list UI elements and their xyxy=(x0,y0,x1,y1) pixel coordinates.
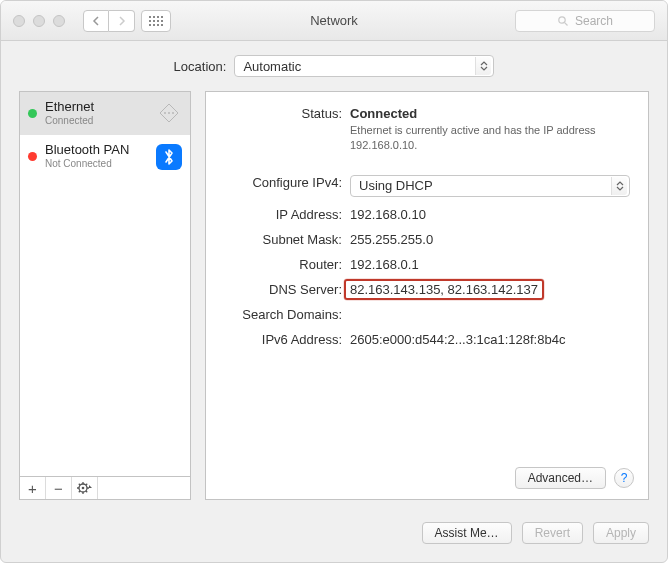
service-name: Bluetooth PAN xyxy=(45,143,129,158)
revert-button[interactable]: Revert xyxy=(522,522,583,544)
configure-ipv4-label: Configure IPv4: xyxy=(220,175,350,190)
remove-service-button[interactable]: − xyxy=(46,477,72,499)
router-label: Router: xyxy=(220,257,350,272)
location-label: Location: xyxy=(174,59,227,74)
service-item-bluetooth-pan[interactable]: Bluetooth PAN Not Connected xyxy=(20,135,190,178)
subnet-mask-label: Subnet Mask: xyxy=(220,232,350,247)
status-label: Status: xyxy=(220,106,350,121)
router-row: Router: 192.168.0.1 xyxy=(220,257,634,272)
status-row: Status: Connected Ethernet is currently … xyxy=(220,106,634,153)
bottom-bar: Assist Me… Revert Apply xyxy=(1,510,667,562)
ethernet-icon xyxy=(156,100,182,126)
content-area: Ethernet Connected Bluetooth PAN Not Con… xyxy=(1,91,667,510)
configure-ipv4-value: Using DHCP xyxy=(359,178,433,193)
ip-address-row: IP Address: 192.168.0.10 xyxy=(220,207,634,222)
ipv6-address-label: IPv6 Address: xyxy=(220,332,350,347)
service-item-ethernet[interactable]: Ethernet Connected xyxy=(20,92,190,135)
status-dot-icon xyxy=(28,152,37,161)
window-controls xyxy=(1,15,65,27)
advanced-button[interactable]: Advanced… xyxy=(515,467,606,489)
configure-ipv4-row: Configure IPv4: Using DHCP xyxy=(220,175,634,197)
subnet-mask-row: Subnet Mask: 255.255.255.0 xyxy=(220,232,634,247)
svg-point-6 xyxy=(81,487,84,490)
ip-address-label: IP Address: xyxy=(220,207,350,222)
service-status: Not Connected xyxy=(45,158,129,170)
svg-point-2 xyxy=(164,112,166,114)
search-domains-label: Search Domains: xyxy=(220,307,350,322)
close-window-button[interactable] xyxy=(13,15,25,27)
show-all-button[interactable] xyxy=(141,10,171,32)
location-bar: Location: Automatic xyxy=(1,41,667,91)
gear-icon xyxy=(76,481,94,495)
zoom-window-button[interactable] xyxy=(53,15,65,27)
ip-address-value: 192.168.0.10 xyxy=(350,207,634,222)
search-domains-row: Search Domains: xyxy=(220,307,634,322)
titlebar: Network Search xyxy=(1,1,667,41)
svg-point-4 xyxy=(172,112,174,114)
service-name: Ethernet xyxy=(45,100,94,115)
search-icon xyxy=(557,15,569,27)
back-button[interactable] xyxy=(83,10,109,32)
location-popup[interactable]: Automatic xyxy=(234,55,494,77)
svg-point-0 xyxy=(559,17,565,23)
forward-button[interactable] xyxy=(109,10,135,32)
ipv6-address-value: 2605:e000:d544:2...3:1ca1:128f:8b4c xyxy=(350,332,634,347)
svg-line-13 xyxy=(78,491,79,492)
status-description: Ethernet is currently active and has the… xyxy=(350,123,634,153)
search-placeholder: Search xyxy=(575,14,613,28)
chevron-updown-icon xyxy=(611,177,627,195)
apply-button[interactable]: Apply xyxy=(593,522,649,544)
ipv6-address-row: IPv6 Address: 2605:e000:d544:2...3:1ca1:… xyxy=(220,332,634,347)
details-footer: Advanced… ? xyxy=(220,467,634,489)
status-value: Connected xyxy=(350,106,634,121)
sidebar-footer: + − xyxy=(19,476,191,500)
services-sidebar: Ethernet Connected Bluetooth PAN Not Con… xyxy=(19,91,191,500)
minimize-window-button[interactable] xyxy=(33,15,45,27)
svg-line-1 xyxy=(565,23,568,26)
dns-server-row: DNS Server: 82.163.143.135, 82.163.142.1… xyxy=(220,282,634,297)
action-menu-button[interactable] xyxy=(72,477,98,499)
router-value: 192.168.0.1 xyxy=(350,257,634,272)
service-details: Status: Connected Ethernet is currently … xyxy=(205,91,649,500)
svg-line-14 xyxy=(85,484,86,485)
configure-ipv4-popup[interactable]: Using DHCP xyxy=(350,175,630,197)
dns-server-label: DNS Server: xyxy=(220,282,350,297)
search-field[interactable]: Search xyxy=(515,10,655,32)
location-value: Automatic xyxy=(243,59,301,74)
status-dot-icon xyxy=(28,109,37,118)
help-button[interactable]: ? xyxy=(614,468,634,488)
svg-point-3 xyxy=(168,112,170,114)
assist-me-button[interactable]: Assist Me… xyxy=(422,522,512,544)
service-status: Connected xyxy=(45,115,94,127)
nav-buttons xyxy=(83,10,135,32)
chevron-updown-icon xyxy=(475,57,491,75)
services-list: Ethernet Connected Bluetooth PAN Not Con… xyxy=(19,91,191,476)
svg-line-12 xyxy=(85,491,86,492)
add-service-button[interactable]: + xyxy=(20,477,46,499)
network-prefs-window: Network Search Location: Automatic Ether… xyxy=(0,0,668,563)
grid-icon xyxy=(149,16,163,26)
dns-server-value: 82.163.143.135, 82.163.142.137 xyxy=(344,279,544,300)
subnet-mask-value: 255.255.255.0 xyxy=(350,232,634,247)
bluetooth-icon xyxy=(156,144,182,170)
svg-line-11 xyxy=(78,484,79,485)
